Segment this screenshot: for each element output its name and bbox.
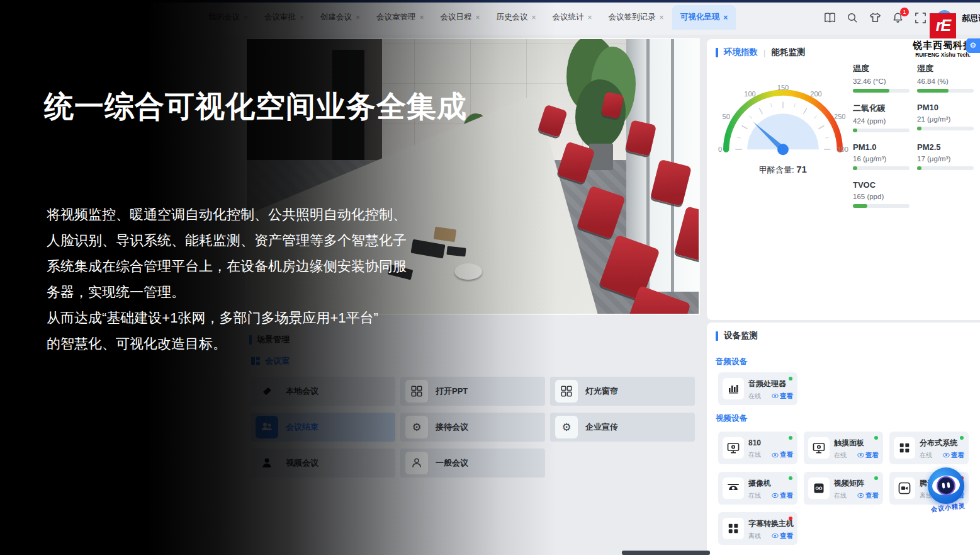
manual-icon[interactable] — [823, 11, 836, 25]
tab-my-meetings[interactable]: 我的会议× — [200, 5, 256, 30]
device-card-camera[interactable]: 摄像机 在线 查看 — [718, 472, 797, 505]
tab-close-icon[interactable]: × — [356, 13, 360, 22]
tab-meeting-stats[interactable]: 会议统计× — [544, 5, 600, 30]
bottom-scrollbar[interactable] — [622, 551, 710, 555]
view-link[interactable]: 查看 — [857, 451, 879, 460]
device-card-video-matrix[interactable]: 视频矩阵 在线 查看 — [804, 472, 883, 505]
scene-local-meeting[interactable]: 本地会议 — [251, 377, 395, 406]
svg-text:0: 0 — [718, 146, 722, 153]
top-tab-bar: 我的会议× 会议审批× 创建会议× 会议室管理× 会议日程× 历史会议× 会议统… — [0, 3, 980, 35]
notifications-icon[interactable]: 1 — [891, 11, 904, 25]
view-link[interactable]: 查看 — [943, 451, 964, 460]
metric-bar — [917, 166, 974, 170]
tab-visualization[interactable]: 可视化呈现× — [672, 5, 736, 30]
svg-text:100: 100 — [744, 90, 755, 98]
scene-light-curtain[interactable]: 灯光窗帘 — [550, 377, 695, 406]
section-accent-bar — [716, 331, 718, 341]
audio-devices-label: 音频设备 — [716, 357, 747, 367]
tab-signin-records[interactable]: 会议签到记录× — [600, 5, 672, 30]
tab-history-meetings[interactable]: 历史会议× — [488, 5, 544, 30]
scene-video-meeting[interactable]: 视频会议 — [251, 449, 395, 478]
scene-management-title: 场景管理 — [257, 334, 290, 345]
gauge-hub — [777, 144, 789, 155]
person-outline-icon — [405, 452, 428, 474]
view-link[interactable]: 查看 — [857, 491, 879, 500]
meeting-room-camera-view — [245, 38, 700, 315]
brand-logo-mark: rE — [930, 13, 956, 38]
tab-meeting-schedule[interactable]: 会议日程× — [432, 5, 488, 30]
display-icon — [808, 437, 830, 459]
device-card-touch-panel[interactable]: 触摸面板 在线 查看 — [804, 432, 883, 464]
view-link[interactable]: 查看 — [772, 450, 793, 459]
settings-edge-button[interactable]: ⚙ — [966, 38, 980, 53]
scene-card-grid: 本地会议 打开PPT 灯光窗帘 会议结束 ⚙ 接待会议 ⚙ 企业宣传 视频会议 … — [251, 377, 695, 478]
header-separator: | — [763, 48, 765, 57]
tab-environment-index[interactable]: 环境指数 — [724, 47, 758, 58]
gear-icon: ⚙ — [555, 416, 578, 438]
scene-meeting-end[interactable]: 会议结束 — [251, 413, 395, 442]
metric-bar — [853, 204, 910, 208]
device-card-audio-processor[interactable]: 音频处理器 在线 查看 — [718, 372, 797, 405]
tab-close-icon[interactable]: × — [476, 13, 480, 22]
scene-general-meeting[interactable]: 一般会议 — [400, 449, 545, 478]
metric-temperature: 温度 32.46 (°C) — [853, 63, 913, 93]
svg-text:50: 50 — [723, 113, 730, 120]
tab-close-icon[interactable]: × — [300, 13, 304, 22]
scene-reception-meeting[interactable]: ⚙ 接待会议 — [400, 413, 545, 442]
tab-close-icon[interactable]: × — [420, 13, 424, 22]
matrix-icon — [808, 478, 830, 499]
room-door — [332, 50, 364, 171]
tab-strip: 我的会议× 会议审批× 创建会议× 会议室管理× 会议日程× 历史会议× 会议统… — [200, 5, 736, 30]
metric-bar — [917, 89, 974, 93]
eye-icon — [943, 452, 950, 458]
eye-icon — [857, 493, 864, 498]
device-monitor-panel: 设备监测 音频设备 音频处理器 在线 查看 视频设备 8 — [707, 323, 980, 555]
eye-icon — [772, 493, 779, 498]
status-dot-online — [874, 476, 878, 480]
metric-tvoc: TVOC 165 (ppd) — [853, 180, 913, 208]
tab-meeting-approval[interactable]: 会议审批× — [256, 5, 312, 30]
search-icon[interactable] — [846, 11, 859, 25]
view-link[interactable]: 查看 — [772, 392, 793, 401]
equalizer-icon — [723, 378, 744, 399]
svg-text:200: 200 — [810, 90, 821, 98]
metric-bar — [853, 166, 910, 170]
device-panel-header: 设备监测 — [707, 323, 980, 341]
meeting-room-group[interactable]: 会议室 — [251, 355, 290, 367]
device-card-subtitle-host[interactable]: 字幕转换主机 离线 查看 — [718, 512, 797, 545]
eye-icon — [772, 533, 779, 539]
tab-room-management[interactable]: 会议室管理× — [368, 5, 432, 30]
tab-close-icon[interactable]: × — [588, 13, 592, 22]
status-text: 在线 — [748, 392, 761, 401]
tab-energy-monitor[interactable]: 能耗监测 — [771, 47, 805, 58]
view-link[interactable]: 查看 — [772, 491, 793, 500]
gauge-value: 71 — [796, 164, 807, 175]
metric-pm10: PM10 21 (μg/m³) — [917, 103, 980, 132]
theme-icon[interactable] — [869, 11, 882, 25]
device-card-810[interactable]: 810 在线 查看 — [718, 432, 797, 464]
grid-filled-icon — [894, 437, 915, 459]
tab-close-icon[interactable]: × — [723, 13, 728, 22]
scene-corporate-promo[interactable]: ⚙ 企业宣传 — [550, 413, 695, 442]
status-dot-online — [960, 436, 964, 440]
status-dot-online — [789, 377, 792, 380]
assistant-robot-button[interactable] — [928, 467, 964, 504]
view-link[interactable]: 查看 — [772, 532, 793, 541]
people-icon — [256, 416, 278, 438]
local-meeting-icon — [256, 380, 278, 403]
tab-create-meeting[interactable]: 创建会议× — [312, 5, 368, 30]
video-call-icon — [894, 478, 915, 499]
app-grid-icon — [405, 380, 428, 403]
dome-camera-icon — [723, 478, 744, 499]
metric-pm25: PM2.5 17 (μg/m³) — [917, 142, 980, 170]
svg-text:250: 250 — [834, 113, 845, 120]
scene-open-ppt[interactable]: 打开PPT — [400, 377, 545, 406]
tab-close-icon[interactable]: × — [532, 13, 536, 22]
device-card-distributed-system[interactable]: 分布式系统 在线 查看 — [889, 432, 969, 464]
svg-text:150: 150 — [777, 84, 789, 91]
eye-icon — [857, 452, 864, 458]
tab-close-icon[interactable]: × — [244, 13, 248, 22]
tab-close-icon[interactable]: × — [660, 13, 664, 22]
environment-metrics: 温度 32.46 (°C) 湿度 46.84 (%) 二氧化碳 424 (ppm… — [853, 63, 980, 208]
metric-co2: 二氧化碳 424 (ppm) — [853, 103, 913, 132]
